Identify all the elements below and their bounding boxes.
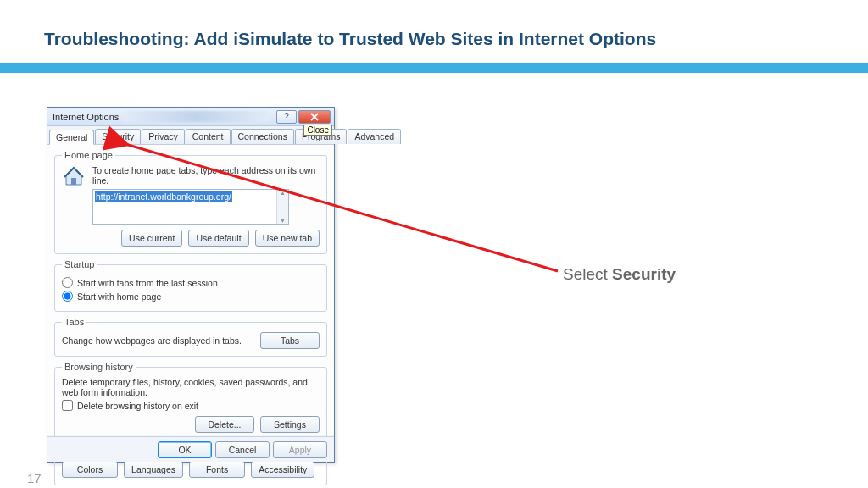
dialog-footer: OK Cancel Apply — [47, 436, 334, 462]
tab-strip: General Security Privacy Content Connect… — [47, 126, 334, 145]
general-panel: Home page To create home page tabs, type… — [47, 145, 334, 435]
callout-text: Select Security — [563, 265, 676, 284]
startup-legend: Startup — [62, 259, 97, 269]
titlebar-blur — [124, 111, 270, 122]
tab-connections[interactable]: Connections — [231, 129, 294, 144]
homepage-group: Home page To create home page tabs, type… — [54, 150, 327, 254]
tabs-legend: Tabs — [62, 317, 86, 327]
close-tooltip: Close — [303, 125, 332, 136]
homepage-legend: Home page — [62, 150, 115, 160]
history-desc: Delete temporary files, history, cookies… — [62, 377, 320, 397]
slide-title: Troubleshooting: Add iSimulate to Truste… — [0, 0, 868, 49]
tab-privacy[interactable]: Privacy — [142, 129, 184, 144]
tabs-group: Tabs Change how webpages are displayed i… — [54, 317, 327, 357]
close-button[interactable] — [298, 110, 331, 124]
apply-button[interactable]: Apply — [273, 441, 327, 458]
accessibility-button[interactable]: Accessibility — [251, 461, 314, 478]
ok-button[interactable]: OK — [158, 441, 212, 458]
use-new-tab-button[interactable]: Use new tab — [255, 230, 320, 247]
svg-rect-0 — [71, 178, 76, 185]
cancel-button[interactable]: Cancel — [215, 441, 270, 458]
radio-input[interactable] — [62, 277, 73, 288]
homepage-url-box[interactable]: http://intranet.worldbankgroup.org/ ▲▼ — [92, 189, 289, 225]
help-button[interactable]: ? — [276, 110, 297, 124]
checkbox-input[interactable] — [62, 400, 73, 411]
use-current-button[interactable]: Use current — [121, 230, 182, 247]
internet-options-dialog: Internet Options ? Close General Securit… — [47, 107, 335, 463]
home-icon — [62, 165, 86, 187]
tab-advanced[interactable]: Advanced — [348, 129, 401, 144]
accent-bar — [0, 63, 868, 73]
startup-home-radio[interactable]: Start with home page — [62, 291, 320, 302]
startup-tabs-radio[interactable]: Start with tabs from the last session — [62, 277, 320, 288]
tabs-button[interactable]: Tabs — [260, 332, 320, 349]
startup-tabs-label: Start with tabs from the last session — [77, 278, 218, 288]
colors-button[interactable]: Colors — [62, 461, 118, 478]
startup-home-label: Start with home page — [77, 291, 161, 302]
dialog-titlebar: Internet Options ? Close — [47, 108, 334, 126]
startup-group: Startup Start with tabs from the last se… — [54, 259, 327, 312]
page-number: 17 — [27, 471, 42, 485]
scrollbar[interactable]: ▲▼ — [276, 190, 288, 224]
languages-button[interactable]: Languages — [124, 461, 183, 478]
homepage-desc: To create home page tabs, type each addr… — [92, 165, 320, 186]
delete-on-exit-check[interactable]: Delete browsing history on exit — [62, 400, 320, 411]
homepage-url: http://intranet.worldbankgroup.org/ — [95, 191, 232, 202]
history-group: Browsing history Delete temporary files,… — [54, 362, 327, 441]
delete-button[interactable]: Delete... — [195, 416, 254, 433]
radio-input[interactable] — [62, 291, 73, 302]
use-default-button[interactable]: Use default — [188, 230, 248, 247]
tab-security[interactable]: Security — [95, 129, 141, 144]
tab-general[interactable]: General — [49, 130, 94, 145]
history-settings-button[interactable]: Settings — [260, 416, 320, 433]
delete-on-exit-label: Delete browsing history on exit — [77, 401, 198, 411]
callout-prefix: Select — [563, 265, 612, 283]
dialog-title: Internet Options — [53, 112, 119, 122]
tabs-desc: Change how webpages are displayed in tab… — [62, 336, 242, 346]
history-legend: Browsing history — [62, 362, 136, 372]
callout-bold: Security — [612, 265, 676, 283]
close-icon — [309, 113, 320, 121]
tab-content[interactable]: Content — [186, 129, 231, 144]
fonts-button[interactable]: Fonts — [189, 461, 245, 478]
